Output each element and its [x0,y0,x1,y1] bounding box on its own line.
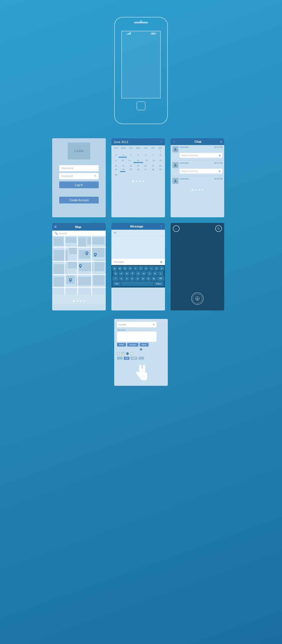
key-numbers[interactable]: 123 [113,281,121,286]
cal-cell[interactable]: 6 [142,154,149,158]
chat-back-icon[interactable]: ← [173,140,176,143]
cal-cell[interactable] [120,173,127,176]
controls-textarea[interactable] [117,332,157,342]
cal-cell[interactable]: 18 [127,164,134,167]
checkbox-x[interactable] [122,352,124,355]
toggle-on[interactable]: ON [124,357,130,360]
username-input[interactable]: Username [59,165,99,171]
login-button[interactable]: Log In [59,181,99,188]
chat-reply-1[interactable]: Reply to Username ➤ [180,153,222,158]
cal-cell[interactable]: 20 [142,164,149,167]
cal-cell[interactable]: 10 [120,159,126,164]
cal-cell[interactable] [113,150,120,153]
dot-4[interactable] [83,300,85,302]
send-icon-2[interactable]: ➤ [219,170,221,173]
key-c[interactable]: C [130,276,135,281]
cal-cell[interactable]: 25 [127,168,134,173]
controls-select[interactable]: Custom ▼ [117,322,157,327]
cal-cell[interactable]: 14 [150,159,157,164]
send-icon-1[interactable]: ➤ [219,154,221,157]
key-b[interactable]: B [141,276,146,281]
key-s[interactable]: S [119,271,124,276]
cal-cell[interactable] [120,150,127,153]
key-w[interactable]: W [118,266,122,271]
key-t[interactable]: T [133,266,138,271]
key-return[interactable]: return [154,281,164,286]
key-delete[interactable]: ⌫ [157,276,164,281]
cal-cell[interactable] [149,150,157,153]
key-p[interactable]: P [159,266,164,271]
cal-cell[interactable] [142,173,149,176]
message-menu-icon[interactable]: ⋮ [160,225,163,228]
key-shift[interactable]: ⇧ [112,276,118,281]
cal-cell[interactable]: 17 [120,164,127,167]
key-r[interactable]: R [128,266,133,271]
cal-cell[interactable]: 27 [142,168,149,173]
key-f[interactable]: F [130,271,135,276]
dot-1[interactable] [73,300,75,302]
key-y[interactable]: Y [138,266,143,271]
key-q[interactable]: Q [112,266,117,271]
checkbox-checked[interactable] [117,352,120,355]
key-m[interactable]: M [151,276,156,281]
dot-3[interactable] [198,189,200,191]
toggle-off[interactable]: OFF [131,357,137,360]
map-menu-icon[interactable]: ≡ [54,225,57,229]
radio-unchecked[interactable] [131,352,133,355]
cal-cell[interactable] [127,150,134,153]
key-a[interactable]: A [113,271,118,276]
camera-flip-button[interactable]: ↻ [215,225,222,232]
dot-1[interactable] [132,180,134,182]
chat-reply-2[interactable]: Reply to Username ➤ [180,169,222,174]
cal-cell[interactable]: 11 [126,159,133,164]
key-i[interactable]: I [149,266,154,271]
camera-back-button[interactable]: ← [173,225,180,232]
cal-cell[interactable]: 16 [113,164,120,167]
cal-cell[interactable]: 7 [149,154,157,158]
cal-cell[interactable] [135,150,142,153]
key-e[interactable]: E [123,266,127,271]
cal-cell[interactable] [135,173,142,176]
key-o[interactable]: O [154,266,159,271]
cal-cell[interactable]: 26 [135,168,142,173]
dot-2[interactable] [76,300,78,302]
cal-cell[interactable] [149,173,157,176]
key-u[interactable]: U [144,266,149,271]
key-h[interactable]: H [141,271,146,276]
cal-cell[interactable]: 29 [157,168,164,173]
message-input-bar[interactable]: Message ➤ [111,259,165,265]
cal-cell[interactable]: 22 [157,164,164,167]
cal-cell[interactable]: 21 [149,164,157,167]
cal-cell[interactable]: 8 [157,154,164,158]
message-compose-area[interactable] [111,236,165,259]
key-l[interactable]: L [158,271,163,276]
dot-2[interactable] [195,189,197,191]
cal-cell[interactable]: 4 [127,154,134,158]
chat-menu-icon[interactable]: ≡ [220,140,222,143]
home-button[interactable] [136,101,146,110]
cal-cell[interactable] [127,173,134,176]
next-button[interactable]: Next [140,343,149,347]
camera-shutter-button[interactable] [191,292,204,305]
cal-cell[interactable]: 9 [113,159,119,164]
cal-cell[interactable]: 1 [157,150,164,153]
cal-cell[interactable] [157,173,164,176]
cal-cell[interactable]: 3 [120,154,127,158]
radio-checked[interactable] [126,352,129,355]
cal-cell[interactable]: 28 [149,168,157,173]
prev-button[interactable]: Prev [117,343,126,347]
cal-cell[interactable]: 13 [144,159,150,164]
dot-3[interactable] [80,300,81,302]
send-message-icon[interactable]: ➤ [160,260,163,264]
password-input[interactable]: Password 👁 [59,173,99,179]
cal-cell[interactable]: 30 [113,173,120,176]
map-search-bar[interactable]: 🔍 Search [52,231,106,236]
key-k[interactable]: K [153,271,158,276]
dot-2[interactable] [136,180,137,182]
calendar-menu-icon[interactable]: ⋮ [160,140,163,144]
cal-cell[interactable] [142,150,149,153]
cal-cell[interactable]: 19 [135,164,142,167]
main-button[interactable]: Button [127,343,138,347]
cal-cell[interactable]: 5 [135,154,142,158]
key-n[interactable]: N [146,276,151,281]
